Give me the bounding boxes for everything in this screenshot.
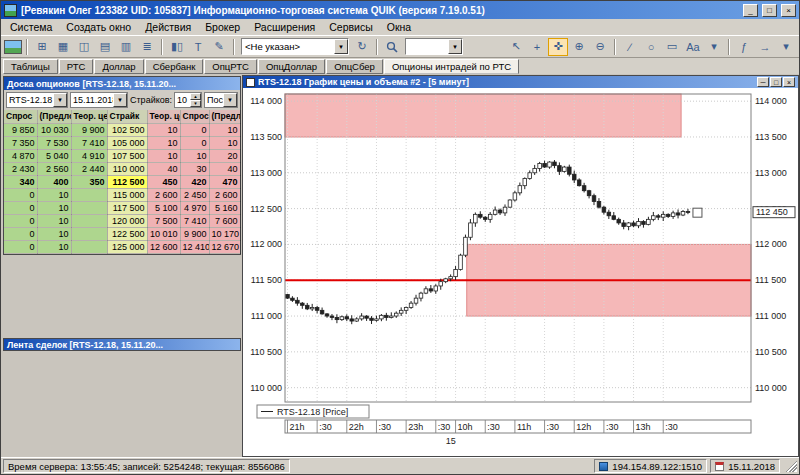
price-cell[interactable]: 10 xyxy=(147,149,180,162)
option-row[interactable]: 7 3507 5307 410105 00010010 xyxy=(4,136,240,149)
price-cell[interactable]: 4 870 xyxy=(4,149,37,162)
tab[interactable]: ОпцСбер xyxy=(326,59,383,74)
strike-cell[interactable]: 115 000 xyxy=(107,188,147,201)
options-board-titlebar[interactable]: Доска опционов [RTS-12.18, 15.11.20... xyxy=(4,77,240,90)
menu-item[interactable]: Система xyxy=(3,19,59,35)
tab[interactable]: Сбербанк xyxy=(145,59,204,74)
chevron-down-icon[interactable]: ▾ xyxy=(704,38,724,56)
strikes-spinner[interactable]: 10 ▴▾ xyxy=(174,92,202,108)
tab[interactable]: ОпцРТС xyxy=(204,59,257,74)
option-row[interactable]: 4 8705 0404 910107 500101020 xyxy=(4,149,240,162)
trades-tape-titlebar[interactable]: Лента сделок [RTS-12.18, 15.11.20... xyxy=(3,338,241,351)
price-cell[interactable]: 0 xyxy=(180,123,209,136)
option-row[interactable]: 010115 0002 6002 4502 600 xyxy=(4,188,240,201)
resize-grip[interactable] xyxy=(785,460,797,472)
price-cell[interactable]: 2 430 xyxy=(4,162,37,175)
pan-hand-icon[interactable]: ✜ xyxy=(548,38,568,56)
option-row[interactable]: 340400350112 500450420470 xyxy=(4,175,240,188)
strike-cell[interactable]: 122 500 xyxy=(107,227,147,240)
strike-cell[interactable]: 102 500 xyxy=(107,123,147,136)
price-cell[interactable]: 5 160 xyxy=(209,201,240,214)
price-cell[interactable]: 450 xyxy=(147,175,180,188)
price-cell[interactable]: 40 xyxy=(147,162,180,175)
price-cell[interactable]: 10 170 xyxy=(209,227,240,240)
price-cell[interactable]: 0 xyxy=(180,136,209,149)
price-cell[interactable]: 9 900 xyxy=(71,123,107,136)
cursor-icon[interactable]: ↖ xyxy=(506,38,526,56)
candle-chart-icon[interactable]: ▮▯ xyxy=(167,38,187,56)
price-cell[interactable]: 2 600 xyxy=(209,188,240,201)
price-cell[interactable]: 7 530 xyxy=(37,136,71,149)
price-cell[interactable]: 2 440 xyxy=(71,162,107,175)
price-cell[interactable] xyxy=(71,201,107,214)
price-cell[interactable] xyxy=(71,240,107,253)
price-cell[interactable]: 7 500 xyxy=(147,214,180,227)
spinner-arrows-icon[interactable]: ▴▾ xyxy=(190,93,201,107)
price-cell[interactable]: 12 410 xyxy=(180,240,209,253)
rect-tool-icon[interactable]: ▭ xyxy=(662,38,682,56)
price-cell[interactable]: 2 560 xyxy=(37,162,71,175)
price-cell[interactable]: 10 xyxy=(37,188,71,201)
chart-window-icon[interactable]: ◫ xyxy=(74,38,94,56)
new-window-icon[interactable]: ⊞ xyxy=(32,38,52,56)
title-bar[interactable]: [Ревякин Олег 123382 UID: 105837] Информ… xyxy=(1,1,799,19)
maximize-button[interactable]: □ xyxy=(770,77,782,87)
strike-cell[interactable]: 125 000 xyxy=(107,240,147,253)
price-cell[interactable]: 0 xyxy=(4,240,37,253)
price-cell[interactable]: 0 xyxy=(4,227,37,240)
close-button[interactable]: × xyxy=(783,77,795,87)
price-cell[interactable]: 10 xyxy=(180,149,209,162)
price-cell[interactable] xyxy=(71,188,107,201)
price-cell[interactable]: 10 xyxy=(37,240,71,253)
crosshair-icon[interactable]: + xyxy=(527,38,547,56)
menu-item[interactable]: Расширения xyxy=(247,19,322,35)
price-cell[interactable]: 10 xyxy=(209,136,240,149)
menu-item[interactable]: Сервисы xyxy=(322,19,380,35)
option-row[interactable]: 010122 50010 0109 90010 170 xyxy=(4,227,240,240)
chart-titlebar[interactable]: RTS-12.18 График цены и объема #2 - [5 м… xyxy=(243,76,798,88)
column-header[interactable]: Спрос xyxy=(180,110,209,123)
price-cell[interactable]: 10 xyxy=(209,123,240,136)
price-cell[interactable]: 5 040 xyxy=(37,149,71,162)
price-cell[interactable]: 12 670 xyxy=(209,240,240,253)
column-header[interactable]: Страйк xyxy=(107,110,147,123)
price-cell[interactable]: 12 600 xyxy=(147,240,180,253)
price-cell[interactable]: 9 850 xyxy=(4,123,37,136)
desktop-icon[interactable] xyxy=(4,40,22,54)
text-tool-icon[interactable]: T xyxy=(188,38,208,56)
refresh-icon[interactable]: ↻ xyxy=(352,38,372,56)
price-cell[interactable] xyxy=(71,227,107,240)
tab[interactable]: Опционы интрадей по РТС xyxy=(384,59,519,74)
indicator-icon[interactable]: ƒ xyxy=(734,38,754,56)
option-row[interactable]: 010117 5005 1004 9705 160 xyxy=(4,201,240,214)
maximize-button[interactable]: □ xyxy=(762,4,777,17)
messages-window-icon[interactable]: ≣ xyxy=(137,38,157,56)
option-row[interactable]: 2 4302 5602 440110 000403040 xyxy=(4,162,240,175)
menu-item[interactable]: Брокер xyxy=(198,19,247,35)
price-cell[interactable]: 10 xyxy=(37,227,71,240)
price-cell[interactable]: 10 xyxy=(37,214,71,227)
strike-cell[interactable]: 120 000 xyxy=(107,214,147,227)
column-header[interactable]: Теор. цена Р xyxy=(147,110,180,123)
price-cell[interactable]: 4 970 xyxy=(180,201,209,214)
edit-icon[interactable]: ✎ xyxy=(209,38,229,56)
price-cell[interactable]: 20 xyxy=(209,149,240,162)
instrument-combo[interactable]: RTS-12.18 ▾ xyxy=(6,92,68,108)
quotes-table-icon[interactable]: ▦ xyxy=(53,38,73,56)
ellipse-tool-icon[interactable]: ○ xyxy=(641,38,661,56)
zoom-out-icon[interactable]: ⊖ xyxy=(590,38,610,56)
option-row[interactable]: 010120 0007 5007 4107 600 xyxy=(4,214,240,227)
expiry-date-combo[interactable]: 15.11.2018 ▾ xyxy=(70,92,128,108)
arrow-tool-icon[interactable]: → xyxy=(755,38,775,56)
price-cell[interactable]: 0 xyxy=(4,214,37,227)
price-cell[interactable]: 40 xyxy=(209,162,240,175)
price-cell[interactable]: 7 600 xyxy=(209,214,240,227)
orders-table-icon[interactable]: ▥ xyxy=(116,38,136,56)
column-header[interactable]: (Предло xyxy=(37,110,71,123)
price-cell[interactable]: 10 xyxy=(147,123,180,136)
price-cell[interactable]: 420 xyxy=(180,175,209,188)
price-cell[interactable]: 470 xyxy=(209,175,240,188)
strike-cell[interactable]: 105 000 xyxy=(107,136,147,149)
menu-item[interactable]: Действия xyxy=(138,19,198,35)
minimize-button[interactable]: _ xyxy=(743,4,758,17)
